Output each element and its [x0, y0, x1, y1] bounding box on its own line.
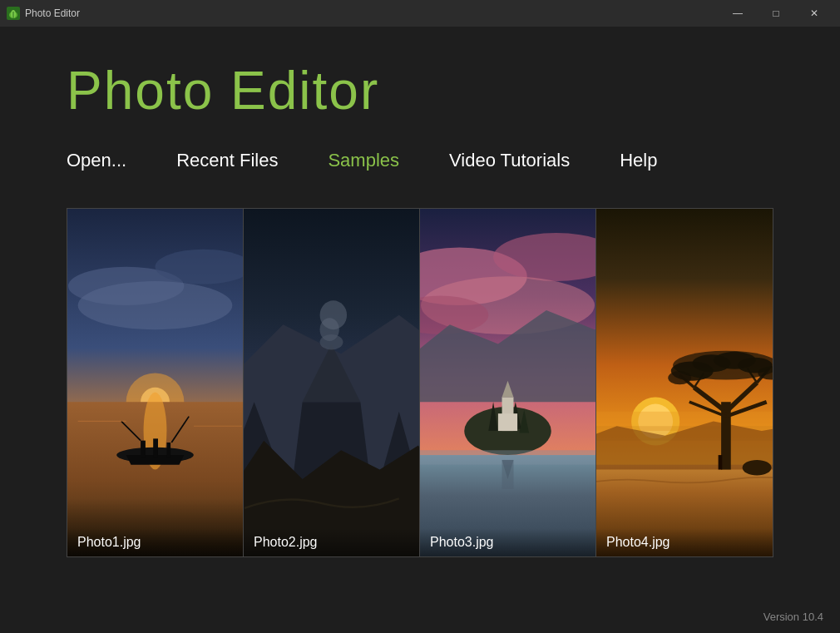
nav-tutorials[interactable]: Video Tutorials: [449, 146, 570, 175]
svg-point-7: [78, 281, 233, 329]
svg-rect-58: [721, 402, 731, 469]
app-icon: [7, 7, 20, 20]
svg-rect-15: [153, 438, 158, 457]
photo-item-3[interactable]: Photo3.jpg: [420, 209, 596, 556]
nav-help[interactable]: Help: [620, 146, 657, 175]
photo-label-1: Photo1.jpg: [67, 528, 243, 556]
title-bar-left: Photo Editor: [7, 7, 80, 20]
title-bar-controls: — □ ✕: [719, 0, 833, 27]
photo-item-4[interactable]: Photo4.jpg: [596, 209, 773, 556]
photo-label-4: Photo4.jpg: [596, 528, 773, 556]
photo-label-3: Photo3.jpg: [420, 528, 595, 556]
close-button[interactable]: ✕: [795, 0, 833, 27]
main-content: Photo Editor Open... Recent Files Sample…: [0, 27, 840, 633]
minimize-button[interactable]: —: [719, 0, 757, 27]
photo-item-1[interactable]: Photo1.jpg: [67, 209, 244, 556]
svg-point-74: [743, 460, 772, 476]
nav-samples[interactable]: Samples: [328, 146, 399, 175]
photos-grid: Photo1.jpg: [67, 208, 773, 557]
svg-rect-16: [166, 443, 170, 458]
svg-rect-14: [141, 441, 146, 458]
version-label: Version 10.4: [763, 611, 823, 623]
photo-label-2: Photo2.jpg: [244, 528, 419, 556]
nav-menu: Open... Recent Files Samples Video Tutor…: [67, 146, 773, 175]
app-title: Photo Editor: [67, 60, 773, 121]
photo-item-2[interactable]: Photo2.jpg: [244, 209, 420, 556]
title-bar: Photo Editor — □ ✕: [0, 0, 840, 27]
nav-open[interactable]: Open...: [67, 146, 126, 175]
nav-recent[interactable]: Recent Files: [176, 146, 278, 175]
maximize-button[interactable]: □: [757, 0, 795, 27]
titlebar-title: Photo Editor: [25, 7, 80, 19]
svg-rect-75: [719, 455, 723, 469]
svg-rect-46: [498, 413, 517, 431]
svg-point-28: [320, 300, 348, 329]
